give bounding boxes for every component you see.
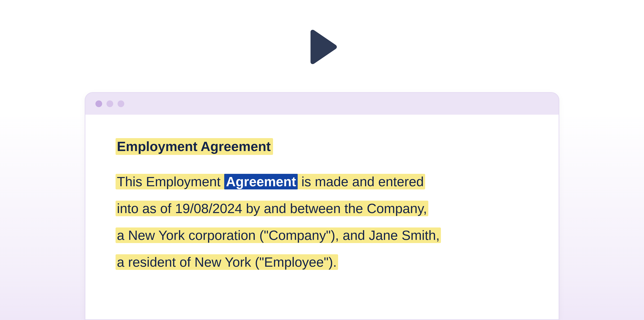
traffic-light-zoom[interactable] — [118, 100, 124, 107]
play-button[interactable] — [0, 28, 644, 65]
document-title: Employment Agreement — [116, 138, 273, 155]
selected-word[interactable]: Agreement — [224, 174, 298, 189]
document-content: Employment Agreement This Employment Agr… — [85, 115, 559, 276]
body-line-1a: This Employment Agreement is made and en… — [116, 174, 425, 189]
browser-window: Employment Agreement This Employment Agr… — [85, 92, 559, 320]
play-icon — [306, 28, 338, 65]
traffic-light-minimize[interactable] — [106, 100, 113, 107]
body-line-4: a resident of New York ("Employee"). — [116, 254, 338, 270]
window-titlebar — [85, 93, 559, 115]
document-body: This Employment Agreement is made and en… — [116, 168, 528, 276]
body-line-3: a New York corporation ("Company"), and … — [116, 228, 441, 243]
traffic-light-close[interactable] — [96, 100, 102, 107]
body-line-2: into as of 19/08/2024 by and between the… — [116, 201, 428, 216]
